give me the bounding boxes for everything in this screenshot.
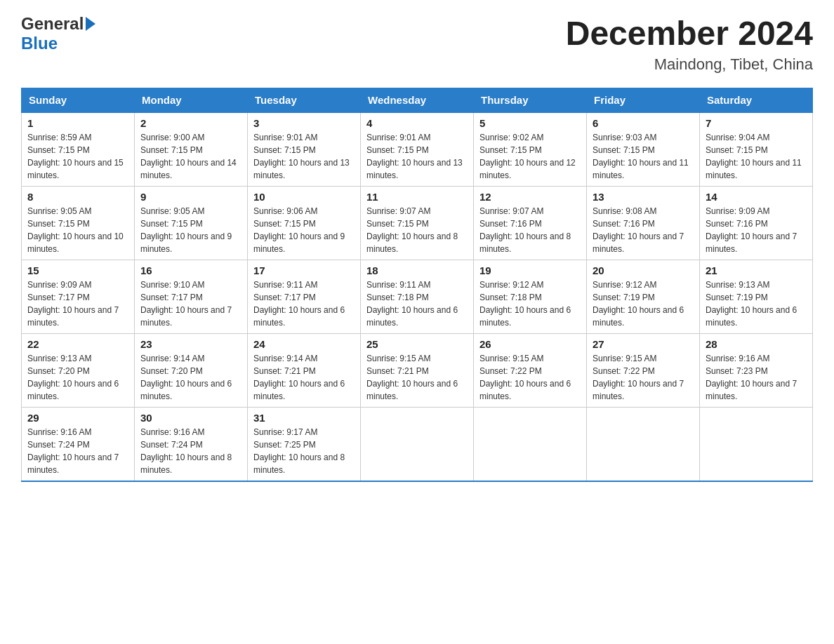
calendar-cell: 4Sunrise: 9:01 AMSunset: 7:15 PMDaylight…: [361, 112, 474, 187]
calendar-cell: 24Sunrise: 9:14 AMSunset: 7:21 PMDayligh…: [248, 334, 361, 408]
calendar-cell: 22Sunrise: 9:13 AMSunset: 7:20 PMDayligh…: [22, 334, 135, 408]
day-info: Sunrise: 9:11 AMSunset: 7:18 PMDaylight:…: [366, 279, 468, 329]
calendar-cell: 9Sunrise: 9:05 AMSunset: 7:15 PMDaylight…: [135, 187, 248, 260]
day-info: Sunrise: 9:10 AMSunset: 7:17 PMDaylight:…: [140, 279, 241, 329]
day-info: Sunrise: 9:08 AMSunset: 7:16 PMDaylight:…: [593, 205, 694, 255]
day-info: Sunrise: 9:15 AMSunset: 7:22 PMDaylight:…: [479, 352, 581, 403]
calendar-cell: 28Sunrise: 9:16 AMSunset: 7:23 PMDayligh…: [700, 334, 813, 408]
calendar-cell: 2Sunrise: 9:00 AMSunset: 7:15 PMDaylight…: [135, 112, 248, 187]
day-number: 19: [479, 264, 581, 276]
day-number: 29: [27, 412, 128, 424]
header-day-saturday: Saturday: [700, 88, 813, 113]
calendar-week-row: 22Sunrise: 9:13 AMSunset: 7:20 PMDayligh…: [22, 334, 813, 408]
day-number: 7: [706, 117, 807, 129]
day-number: 16: [140, 264, 241, 276]
header-row: SundayMondayTuesdayWednesdayThursdayFrid…: [22, 88, 813, 113]
day-info: Sunrise: 9:13 AMSunset: 7:20 PMDaylight:…: [27, 352, 128, 403]
day-info: Sunrise: 9:01 AMSunset: 7:15 PMDaylight:…: [253, 131, 355, 182]
day-number: 31: [253, 412, 355, 424]
day-number: 28: [706, 338, 807, 350]
day-number: 20: [593, 264, 694, 276]
location-title: Maindong, Tibet, China: [566, 55, 813, 74]
calendar-cell: 1Sunrise: 8:59 AMSunset: 7:15 PMDaylight…: [22, 112, 135, 187]
calendar-week-row: 15Sunrise: 9:09 AMSunset: 7:17 PMDayligh…: [22, 260, 813, 334]
day-info: Sunrise: 9:14 AMSunset: 7:21 PMDaylight:…: [253, 352, 355, 403]
calendar-cell: 16Sunrise: 9:10 AMSunset: 7:17 PMDayligh…: [135, 260, 248, 334]
calendar-cell: 3Sunrise: 9:01 AMSunset: 7:15 PMDaylight…: [248, 112, 361, 187]
calendar-cell: 6Sunrise: 9:03 AMSunset: 7:15 PMDaylight…: [587, 112, 700, 187]
header-day-wednesday: Wednesday: [361, 88, 474, 113]
day-info: Sunrise: 9:17 AMSunset: 7:25 PMDaylight:…: [253, 426, 355, 476]
day-info: Sunrise: 9:15 AMSunset: 7:21 PMDaylight:…: [366, 352, 468, 403]
day-number: 9: [140, 191, 241, 203]
day-info: Sunrise: 9:05 AMSunset: 7:15 PMDaylight:…: [27, 205, 128, 255]
calendar-week-row: 8Sunrise: 9:05 AMSunset: 7:15 PMDaylight…: [22, 187, 813, 260]
day-info: Sunrise: 9:12 AMSunset: 7:18 PMDaylight:…: [479, 279, 581, 329]
day-info: Sunrise: 9:16 AMSunset: 7:23 PMDaylight:…: [706, 352, 807, 403]
calendar-table: SundayMondayTuesdayWednesdayThursdayFrid…: [21, 88, 813, 482]
calendar-cell: 18Sunrise: 9:11 AMSunset: 7:18 PMDayligh…: [361, 260, 474, 334]
calendar-cell: 26Sunrise: 9:15 AMSunset: 7:22 PMDayligh…: [474, 334, 587, 408]
calendar-cell: 30Sunrise: 9:16 AMSunset: 7:24 PMDayligh…: [135, 408, 248, 482]
day-number: 2: [140, 117, 241, 129]
day-info: Sunrise: 9:16 AMSunset: 7:24 PMDaylight:…: [140, 426, 241, 476]
calendar-cell: 23Sunrise: 9:14 AMSunset: 7:20 PMDayligh…: [135, 334, 248, 408]
day-number: 18: [366, 264, 468, 276]
day-info: Sunrise: 9:15 AMSunset: 7:22 PMDaylight:…: [593, 352, 694, 403]
day-info: Sunrise: 9:05 AMSunset: 7:15 PMDaylight:…: [140, 205, 241, 255]
calendar-body: 1Sunrise: 8:59 AMSunset: 7:15 PMDaylight…: [22, 112, 813, 481]
header-day-monday: Monday: [135, 88, 248, 113]
day-number: 12: [479, 191, 581, 203]
day-info: Sunrise: 9:01 AMSunset: 7:15 PMDaylight:…: [366, 131, 468, 182]
calendar-cell: 5Sunrise: 9:02 AMSunset: 7:15 PMDaylight…: [474, 112, 587, 187]
calendar-cell: 7Sunrise: 9:04 AMSunset: 7:15 PMDaylight…: [700, 112, 813, 187]
day-info: Sunrise: 9:03 AMSunset: 7:15 PMDaylight:…: [593, 131, 694, 182]
day-number: 14: [706, 191, 807, 203]
day-info: Sunrise: 9:00 AMSunset: 7:15 PMDaylight:…: [140, 131, 241, 182]
day-number: 1: [27, 117, 128, 129]
day-number: 8: [27, 191, 128, 203]
day-number: 30: [140, 412, 241, 424]
day-number: 15: [27, 264, 128, 276]
logo-blue-text: Blue: [21, 34, 58, 53]
day-number: 11: [366, 191, 468, 203]
day-info: Sunrise: 9:04 AMSunset: 7:15 PMDaylight:…: [706, 131, 807, 182]
day-info: Sunrise: 9:06 AMSunset: 7:15 PMDaylight:…: [253, 205, 355, 255]
day-info: Sunrise: 9:02 AMSunset: 7:15 PMDaylight:…: [479, 131, 581, 182]
calendar-cell: 15Sunrise: 9:09 AMSunset: 7:17 PMDayligh…: [22, 260, 135, 334]
day-number: 6: [593, 117, 694, 129]
calendar-cell: 12Sunrise: 9:07 AMSunset: 7:16 PMDayligh…: [474, 187, 587, 260]
header-day-friday: Friday: [587, 88, 700, 113]
calendar-cell: 29Sunrise: 9:16 AMSunset: 7:24 PMDayligh…: [22, 408, 135, 482]
calendar-cell: [361, 408, 474, 482]
day-info: Sunrise: 9:09 AMSunset: 7:16 PMDaylight:…: [706, 205, 807, 255]
day-info: Sunrise: 9:11 AMSunset: 7:17 PMDaylight:…: [253, 279, 355, 329]
title-block: December 2024 Maindong, Tibet, China: [566, 14, 813, 74]
day-info: Sunrise: 9:07 AMSunset: 7:16 PMDaylight:…: [479, 205, 581, 255]
day-number: 24: [253, 338, 355, 350]
calendar-cell: [700, 408, 813, 482]
day-info: Sunrise: 9:14 AMSunset: 7:20 PMDaylight:…: [140, 352, 241, 403]
month-title: December 2024: [566, 14, 813, 53]
day-info: Sunrise: 9:09 AMSunset: 7:17 PMDaylight:…: [27, 279, 128, 329]
calendar-cell: 10Sunrise: 9:06 AMSunset: 7:15 PMDayligh…: [248, 187, 361, 260]
calendar-cell: 20Sunrise: 9:12 AMSunset: 7:19 PMDayligh…: [587, 260, 700, 334]
day-number: 25: [366, 338, 468, 350]
day-number: 21: [706, 264, 807, 276]
header-day-tuesday: Tuesday: [248, 88, 361, 113]
day-info: Sunrise: 9:13 AMSunset: 7:19 PMDaylight:…: [706, 279, 807, 329]
calendar-header: SundayMondayTuesdayWednesdayThursdayFrid…: [22, 88, 813, 113]
day-number: 27: [593, 338, 694, 350]
day-info: Sunrise: 9:07 AMSunset: 7:15 PMDaylight:…: [366, 205, 468, 255]
calendar-week-row: 29Sunrise: 9:16 AMSunset: 7:24 PMDayligh…: [22, 408, 813, 482]
day-number: 22: [27, 338, 128, 350]
day-info: Sunrise: 9:16 AMSunset: 7:24 PMDaylight:…: [27, 426, 128, 476]
calendar-cell: [474, 408, 587, 482]
calendar-cell: 25Sunrise: 9:15 AMSunset: 7:21 PMDayligh…: [361, 334, 474, 408]
day-number: 5: [479, 117, 581, 129]
header-day-thursday: Thursday: [474, 88, 587, 113]
calendar-week-row: 1Sunrise: 8:59 AMSunset: 7:15 PMDaylight…: [22, 112, 813, 187]
logo-general-text: General: [21, 14, 84, 34]
header-day-sunday: Sunday: [22, 88, 135, 113]
calendar-cell: 17Sunrise: 9:11 AMSunset: 7:17 PMDayligh…: [248, 260, 361, 334]
